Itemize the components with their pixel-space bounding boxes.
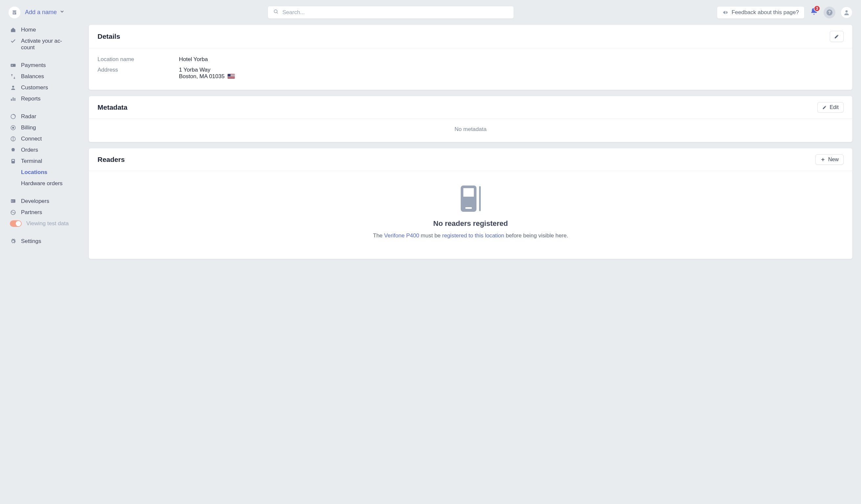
profile-button[interactable]	[840, 6, 852, 18]
new-reader-button[interactable]: New	[815, 154, 844, 165]
gear-icon	[10, 238, 16, 245]
test-data-label: Viewing test data	[26, 220, 69, 227]
nav-connect[interactable]: Connect	[9, 134, 82, 144]
readers-card: Readers New No re	[88, 148, 852, 259]
location-name-label: Location name	[97, 56, 170, 63]
svg-rect-16	[12, 160, 14, 161]
feedback-button[interactable]: Feedback about this page?	[717, 6, 805, 19]
edit-metadata-button[interactable]: Edit	[817, 102, 844, 113]
svg-point-7	[12, 86, 14, 88]
customers-icon	[10, 84, 16, 91]
svg-text:?: ?	[828, 10, 831, 15]
nav-terminal-hardware-orders[interactable]: Hardware orders	[9, 178, 82, 189]
payments-icon	[10, 62, 16, 69]
svg-point-0	[274, 10, 277, 13]
details-title: Details	[97, 32, 120, 40]
terminal-icon	[10, 158, 16, 164]
details-card: Details Location name Hotel Yorba Addres…	[88, 25, 852, 90]
svg-rect-9	[13, 97, 14, 101]
search-input[interactable]	[283, 9, 508, 16]
plus-icon	[820, 157, 825, 162]
svg-rect-8	[11, 99, 12, 101]
check-icon	[10, 38, 16, 44]
radar-icon	[10, 113, 16, 120]
svg-line-1	[277, 13, 278, 13]
store-icon	[9, 6, 20, 18]
account-switcher[interactable]: Add a name	[9, 6, 65, 18]
svg-rect-24	[479, 186, 481, 211]
search-icon	[273, 9, 278, 16]
edit-details-button[interactable]	[830, 31, 844, 42]
nav-reports[interactable]: Reports	[9, 94, 82, 104]
sidebar: Home Activate your ac-count Payments Bal…	[0, 25, 85, 494]
developers-icon	[10, 198, 16, 205]
readers-empty-subtext: The Verifone P400 must be registered to …	[373, 232, 568, 239]
main-content: Details Location name Hotel Yorba Addres…	[88, 25, 852, 494]
nav-developers[interactable]: Developers	[9, 196, 82, 206]
chevron-down-icon	[59, 9, 65, 16]
billing-icon	[10, 124, 16, 131]
nav-terminal-locations[interactable]: Locations	[9, 167, 82, 178]
help-icon: ?	[826, 9, 833, 16]
home-icon	[10, 27, 16, 33]
nav-activate-account[interactable]: Activate your ac-count	[9, 36, 82, 53]
test-data-toggle[interactable]	[10, 220, 22, 227]
svg-point-4	[846, 10, 848, 13]
nav-home[interactable]: Home	[9, 25, 82, 35]
nav-customers[interactable]: Customers	[9, 82, 82, 93]
address-row: Address 1 Yorba Way Boston, MA 01035	[97, 65, 844, 82]
nav-terminal[interactable]: Terminal	[9, 156, 82, 166]
svg-rect-15	[12, 159, 15, 164]
location-name-value: Hotel Yorba	[179, 56, 208, 63]
nav-settings[interactable]: Settings	[9, 236, 82, 247]
metadata-card: Metadata Edit No metadata	[88, 96, 852, 142]
readers-title: Readers	[97, 155, 125, 164]
verifone-p400-link[interactable]: Verifone P400	[384, 232, 419, 239]
notifications-button[interactable]: 3	[810, 7, 818, 17]
address-line-1: 1 Yorba Way	[179, 67, 235, 73]
svg-point-6	[12, 65, 13, 66]
svg-point-13	[13, 127, 14, 129]
svg-rect-10	[14, 98, 15, 101]
search-bar[interactable]	[268, 6, 514, 19]
address-line-2: Boston, MA 01035	[179, 73, 224, 80]
feedback-label: Feedback about this page?	[732, 9, 799, 16]
nav-orders[interactable]: Orders	[9, 145, 82, 155]
register-location-link[interactable]: registered to this location	[442, 232, 504, 239]
balances-icon	[10, 73, 16, 80]
reports-icon	[10, 96, 16, 102]
help-button[interactable]: ?	[823, 6, 835, 18]
megaphone-icon	[722, 10, 728, 15]
address-label: Address	[97, 67, 170, 80]
user-icon	[843, 9, 850, 16]
svg-rect-22	[463, 188, 474, 197]
svg-rect-5	[11, 64, 16, 67]
pencil-icon	[834, 34, 839, 39]
readers-empty-title: No readers registered	[433, 219, 508, 228]
nav-partners[interactable]: Partners	[9, 207, 82, 218]
location-name-row: Location name Hotel Yorba	[97, 54, 844, 65]
account-name: Add a name	[25, 9, 57, 16]
svg-rect-23	[465, 207, 472, 209]
us-flag-icon	[228, 74, 235, 79]
connect-icon	[10, 136, 16, 142]
nav-billing[interactable]: Billing	[9, 122, 82, 133]
nav-payments[interactable]: Payments	[9, 60, 82, 71]
notification-badge: 3	[814, 5, 820, 12]
orders-icon	[10, 147, 16, 153]
test-data-toggle-row: Viewing test data	[9, 218, 82, 229]
reader-device-icon	[459, 184, 482, 215]
metadata-title: Metadata	[97, 104, 127, 111]
topbar: Add a name Feedback about this page?	[0, 0, 861, 22]
nav-balances[interactable]: Balances	[9, 71, 82, 82]
partners-icon	[10, 209, 16, 216]
metadata-empty: No metadata	[89, 119, 852, 142]
nav-radar[interactable]: Radar	[9, 111, 82, 122]
pencil-icon	[822, 105, 827, 110]
